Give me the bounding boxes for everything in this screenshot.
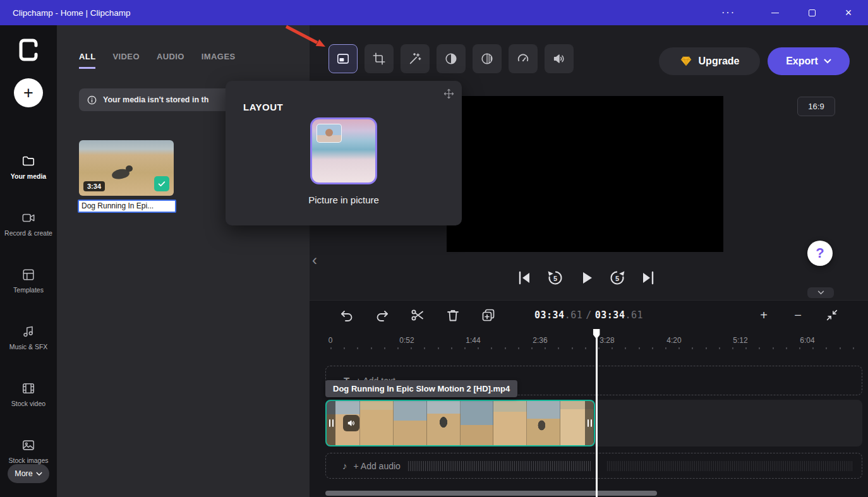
forward-5-icon: 5: [608, 268, 627, 287]
timeline-scrollbar[interactable]: [325, 491, 657, 496]
fade-icon: [480, 52, 494, 66]
window-maximize-button[interactable]: [797, 0, 826, 25]
duration-badge: 3:34: [83, 181, 105, 191]
skip-to-start-button[interactable]: [513, 266, 536, 289]
svg-text:5: 5: [553, 275, 557, 282]
video-clip[interactable]: [325, 400, 595, 446]
gem-icon: [680, 56, 692, 67]
fade-button[interactable]: [473, 44, 502, 73]
sidebar-item-templates[interactable]: Templates: [0, 253, 57, 309]
play-button[interactable]: [575, 266, 598, 289]
adjust-button[interactable]: [401, 44, 430, 73]
audio-waveform: [408, 461, 591, 471]
undo-button[interactable]: [336, 304, 358, 326]
sidebar-nav: Your media Record & create Templates Mus…: [0, 139, 57, 480]
dog-figure-head: [126, 165, 133, 172]
picture-in-picture-option[interactable]: [310, 117, 377, 184]
zoom-in-button[interactable]: +: [753, 304, 775, 326]
redo-icon: [375, 308, 390, 323]
split-button[interactable]: [407, 304, 428, 326]
more-label: More: [15, 469, 32, 478]
check-icon: [157, 179, 166, 188]
contrast-button[interactable]: [437, 44, 466, 73]
timeline-zoom-buttons: + −: [753, 304, 843, 326]
help-button[interactable]: ?: [807, 241, 833, 266]
contrast-icon: [444, 52, 458, 66]
chevron-down-icon: [817, 290, 824, 295]
undo-icon: [339, 308, 354, 323]
aspect-ratio-badge[interactable]: 16:9: [797, 97, 835, 116]
video-preview-canvas[interactable]: [447, 96, 723, 252]
zoom-out-button[interactable]: −: [787, 304, 809, 326]
forward-5s-button[interactable]: 5: [606, 266, 629, 289]
window-close-button[interactable]: ×: [834, 0, 863, 25]
zoom-to-fit-button[interactable]: [821, 304, 843, 326]
tab-images[interactable]: IMAGES: [202, 52, 236, 69]
tab-all[interactable]: ALL: [79, 52, 95, 69]
fit-to-screen-icon: [825, 308, 839, 322]
window-controls: ··· ×: [714, 0, 868, 25]
add-media-button[interactable]: +: [14, 78, 43, 107]
record-camera-icon: [21, 211, 35, 225]
sidebar-item-label: Record & create: [4, 229, 52, 237]
sidebar-item-record-create[interactable]: Record & create: [0, 196, 57, 253]
sidebar-item-label: Your media: [11, 172, 46, 181]
timecode-total-frac: .61: [625, 309, 643, 321]
tab-audio[interactable]: AUDIO: [157, 52, 184, 69]
sidebar-item-music-sfx[interactable]: Music & SFX: [0, 309, 57, 366]
speaker-icon: [552, 52, 566, 66]
skip-start-icon: [516, 270, 533, 286]
crop-icon: [372, 52, 386, 66]
sidebar-item-your-media[interactable]: Your media: [0, 139, 57, 196]
svg-text:5: 5: [615, 275, 619, 282]
crop-button[interactable]: [365, 44, 394, 73]
speed-button[interactable]: [509, 44, 538, 73]
sidebar-item-label: Music & SFX: [9, 343, 48, 351]
layout-popup: LAYOUT Picture in picture: [226, 81, 462, 225]
delete-button[interactable]: [442, 304, 464, 326]
upgrade-label: Upgrade: [699, 56, 740, 67]
panel-collapse-handle[interactable]: ‹: [312, 253, 317, 268]
trim-handle-left[interactable]: [327, 401, 335, 445]
rewind-5s-button[interactable]: 5: [544, 266, 567, 289]
redo-button[interactable]: [371, 304, 393, 326]
tab-video[interactable]: VIDEO: [112, 52, 139, 69]
add-audio-label: + Add audio: [354, 461, 401, 471]
image-icon: [21, 438, 35, 452]
pip-inset-face: [325, 129, 333, 136]
folder-icon: [21, 154, 35, 168]
timeline-edit-buttons: [336, 304, 499, 326]
audio-button[interactable]: [545, 44, 574, 73]
window-more-button[interactable]: ···: [714, 0, 743, 25]
media-item-name-field[interactable]: Dog Running In Epi...: [78, 200, 176, 213]
duplicate-icon: [481, 308, 496, 323]
timeline-ruler[interactable]: 0 0:52 1:44 2:36 3:28 4:20 5:12 6:04: [310, 333, 868, 350]
audio-track-dropzone[interactable]: ♪ + Add audio: [325, 453, 862, 479]
sidebar-more-button[interactable]: More: [8, 464, 49, 483]
playhead[interactable]: [596, 329, 598, 497]
popup-title: LAYOUT: [243, 102, 283, 112]
timeline-toolbar: 03:34.61/03:34.61 + −: [310, 301, 868, 330]
minimize-icon: [771, 13, 779, 13]
filmstrip-frame: [394, 401, 427, 445]
speed-gauge-icon: [516, 52, 530, 66]
trim-handle-right[interactable]: [585, 401, 594, 445]
upgrade-button[interactable]: Upgrade: [659, 47, 760, 75]
export-button[interactable]: Export: [768, 47, 850, 75]
clip-filmstrip: [327, 401, 594, 445]
clip-audio-button[interactable]: [343, 415, 359, 431]
pip-inset-frame: [316, 124, 342, 143]
move-handle-icon[interactable]: [443, 88, 454, 99]
window-minimize-button[interactable]: [761, 0, 790, 25]
sidebar-item-label: Stock video: [11, 400, 45, 408]
window-title: Clipchamp - Home | Clipchamp: [13, 8, 131, 18]
collapse-preview-button[interactable]: [807, 287, 834, 298]
filmstrip-frame: [493, 401, 527, 445]
film-icon: [21, 381, 35, 395]
skip-to-end-button[interactable]: [637, 266, 660, 289]
timecode-current-frac: .61: [565, 309, 583, 321]
duplicate-button[interactable]: [478, 304, 499, 326]
speaker-icon: [347, 419, 356, 428]
media-item-thumbnail[interactable]: 3:34: [79, 140, 174, 196]
sidebar-item-stock-video[interactable]: Stock video: [0, 366, 57, 423]
